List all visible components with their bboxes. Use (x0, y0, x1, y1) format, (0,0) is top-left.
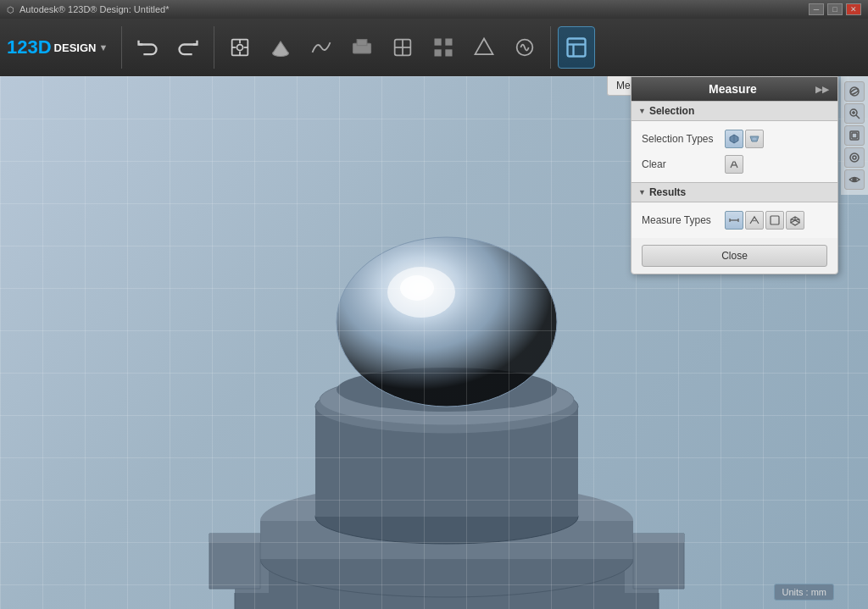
measure-angle-button[interactable] (745, 211, 764, 230)
clear-button[interactable] (725, 155, 743, 174)
measure-volume-button[interactable] (786, 211, 804, 230)
active-tool-button[interactable] (558, 26, 595, 69)
clear-label: Clear (642, 158, 718, 170)
close-panel-button[interactable]: Close (642, 245, 827, 267)
svg-point-42 (752, 137, 757, 141)
transform-button[interactable] (221, 26, 259, 69)
svg-line-34 (856, 115, 860, 119)
viewport[interactable]: Measu... Units : mm (0, 76, 868, 609)
svg-rect-18 (568, 39, 586, 57)
results-section-label: Results (649, 186, 686, 198)
selection-types-label: Selection Types (642, 133, 718, 145)
results-section-arrow: ▼ (638, 188, 646, 197)
toolbar-separator-3 (550, 26, 551, 69)
view-controls (841, 76, 868, 195)
measure-types-label: Measure Types (642, 214, 718, 226)
units-badge: Units : mm (774, 584, 834, 601)
title-bar-controls: ─ □ ✕ (809, 3, 861, 15)
selection-face-button[interactable] (745, 130, 764, 148)
clear-row: Clear (642, 152, 827, 177)
selection-section-label: Selection (649, 105, 694, 117)
svg-rect-15 (446, 49, 453, 56)
svg-point-40 (853, 156, 856, 159)
panel-expand-button[interactable]: ▶▶ (812, 85, 832, 94)
perspective-button[interactable] (844, 147, 865, 168)
results-section-header[interactable]: ▼ Results (632, 182, 837, 202)
svg-rect-14 (435, 49, 442, 56)
measure-area-button[interactable] (765, 211, 784, 230)
group-button[interactable] (465, 26, 503, 69)
logo-num: 123D (7, 36, 52, 58)
clear-group (725, 155, 743, 174)
maximize-button[interactable]: □ (827, 3, 843, 15)
selection-section-header[interactable]: ▼ Selection (632, 101, 837, 121)
measure-panel: Measure ▶▶ ▼ Selection Selection Types (631, 76, 838, 274)
sketch-button[interactable] (303, 26, 340, 69)
snap-button[interactable] (506, 26, 543, 69)
orbit-button[interactable] (844, 81, 865, 102)
svg-rect-38 (852, 133, 857, 138)
selection-types-group (725, 130, 764, 148)
app-title: Autodesk® 123D® Design: Untitled* (19, 4, 169, 14)
measure-distance-button[interactable] (725, 211, 743, 230)
measure-types-group (725, 211, 804, 230)
measure-panel-title: Measure (709, 82, 757, 96)
close-window-button[interactable]: ✕ (846, 3, 861, 15)
logo-design: DESIGN (54, 42, 97, 53)
selection-solid-button[interactable] (725, 130, 743, 148)
construct-button[interactable] (343, 26, 381, 69)
toolbar-separator-1 (121, 26, 122, 69)
logo-dropdown-arrow[interactable]: ▼ (98, 42, 108, 53)
selection-types-row: Selection Types (642, 126, 827, 152)
measure-types-row: Measure Types (642, 208, 827, 233)
modify-button[interactable] (384, 26, 421, 69)
redo-button[interactable] (170, 26, 207, 69)
title-bar: ⬡ Autodesk® 123D® Design: Untitled* ─ □ … (0, 0, 868, 19)
svg-rect-47 (771, 216, 779, 224)
pattern-button[interactable] (425, 26, 462, 69)
svg-point-41 (853, 178, 856, 181)
selection-section-body: Selection Types (632, 121, 837, 182)
app-logo: 123D DESIGN ▼ (7, 36, 108, 58)
results-section-body: Measure Types (632, 202, 837, 238)
measure-panel-header: Measure ▶▶ (632, 77, 837, 101)
undo-button[interactable] (129, 26, 166, 69)
toolbar: 123D DESIGN ▼ (0, 19, 868, 76)
svg-rect-12 (435, 39, 442, 46)
minimize-button[interactable]: ─ (809, 3, 824, 15)
toolbar-separator-2 (214, 26, 214, 69)
primitives-button[interactable] (262, 26, 299, 69)
zoom-button[interactable] (844, 103, 865, 124)
svg-rect-8 (357, 40, 367, 46)
fit-view-button[interactable] (844, 125, 865, 146)
selection-section-arrow: ▼ (638, 107, 646, 115)
svg-rect-13 (446, 39, 453, 46)
visibility-button[interactable] (844, 169, 865, 190)
svg-marker-16 (476, 39, 493, 55)
svg-point-39 (850, 153, 859, 162)
title-bar-left: ⬡ Autodesk® 123D® Design: Untitled* (7, 4, 169, 14)
svg-point-1 (237, 45, 243, 51)
